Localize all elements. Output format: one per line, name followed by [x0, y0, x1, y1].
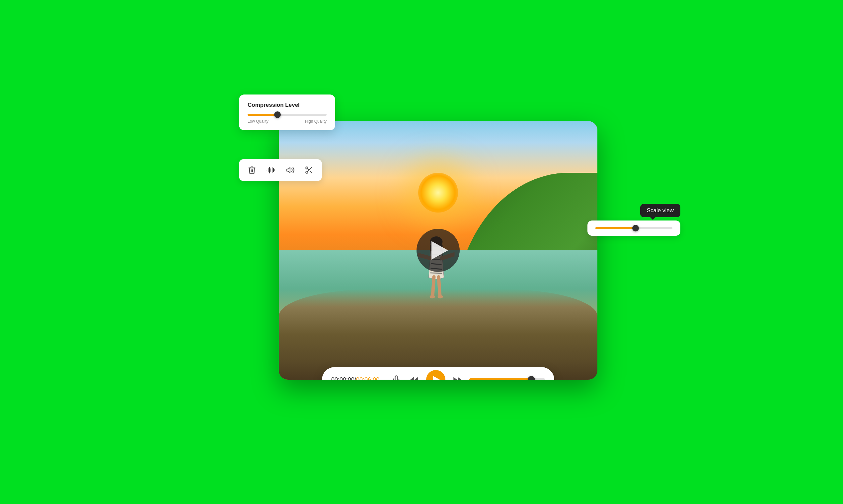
compression-slider-track[interactable] [247, 114, 327, 116]
scale-slider-thumb[interactable] [632, 225, 639, 231]
progress-fill [469, 378, 531, 380]
volume-icon [286, 166, 295, 175]
svg-line-12 [439, 277, 440, 296]
video-player: 00:00:00/00:06:00 [279, 121, 597, 380]
svg-line-11 [433, 277, 434, 296]
svg-marker-20 [458, 377, 461, 380]
controls-bar: 00:00:00/00:06:00 [322, 367, 554, 380]
sun-element [418, 173, 458, 213]
compression-title: Compression Level [247, 102, 327, 108]
svg-marker-30 [287, 167, 290, 173]
progress-thumb[interactable] [528, 376, 535, 380]
compression-slider-fill [247, 114, 277, 116]
rewind-button[interactable] [408, 374, 420, 380]
microphone-icon [392, 375, 401, 380]
compression-low-label: Low Quality [247, 119, 269, 124]
microphone-button[interactable] [390, 374, 402, 380]
progress-bar-container[interactable] [469, 378, 545, 380]
compression-slider-container[interactable] [247, 114, 327, 116]
compression-slider-thumb[interactable] [274, 111, 281, 118]
compression-slider-labels: Low Quality High Quality [247, 119, 327, 124]
toolbar-card [239, 159, 322, 181]
waveform-button[interactable] [265, 164, 277, 176]
svg-line-34 [310, 171, 312, 173]
rewind-icon [410, 375, 419, 380]
svg-marker-21 [453, 377, 457, 380]
compression-card: Compression Level Low Quality High Quali… [239, 94, 335, 130]
scale-slider-track[interactable] [596, 227, 672, 229]
progress-track[interactable] [469, 378, 545, 380]
svg-rect-15 [395, 376, 398, 380]
scale-slider-card [587, 220, 681, 236]
time-display: 00:00:00/00:06:00 [331, 376, 384, 380]
play-icon-main [433, 376, 440, 380]
scale-view-label: Scale view [647, 207, 674, 214]
svg-point-13 [430, 295, 435, 299]
scissors-button[interactable] [303, 164, 315, 176]
svg-line-35 [308, 169, 309, 170]
svg-marker-18 [410, 377, 414, 380]
trash-icon [247, 166, 256, 175]
volume-button[interactable] [285, 164, 296, 176]
scale-slider-fill [596, 227, 636, 229]
trash-button[interactable] [246, 164, 258, 176]
play-pause-button[interactable] [426, 370, 445, 380]
svg-marker-19 [414, 377, 418, 380]
play-overlay-button[interactable] [416, 229, 460, 272]
compression-high-label: High Quality [305, 119, 327, 124]
forward-icon [453, 375, 462, 380]
scissors-icon [305, 166, 313, 175]
scale-view-tooltip: Scale view [640, 204, 681, 217]
play-icon [431, 241, 448, 259]
time-total: 00:06:00 [356, 376, 379, 380]
svg-point-14 [438, 295, 443, 299]
waveform-icon [266, 166, 276, 175]
forward-button[interactable] [451, 374, 463, 380]
time-current: 00:00:00 [331, 376, 355, 380]
